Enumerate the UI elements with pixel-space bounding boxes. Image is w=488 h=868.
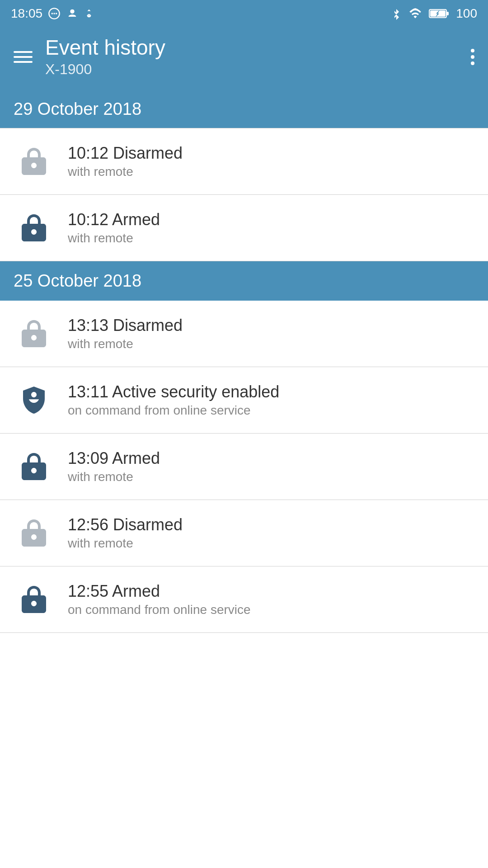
menu-button[interactable] (14, 51, 33, 63)
event-subtitle: with remote (68, 337, 183, 351)
app-title: Event history (45, 36, 165, 59)
event-list-section-2: 13:13 Disarmed with remote 13:11 Active … (0, 301, 488, 633)
lock-armed-icon (14, 579, 54, 620)
lock-armed-icon (14, 208, 54, 248)
lock-disarmed-icon (14, 513, 54, 553)
event-title: 13:09 Armed (68, 449, 160, 468)
event-subtitle: with remote (68, 470, 160, 484)
lock-disarmed-icon (14, 141, 54, 182)
event-item: 13:11 Active security enabled on command… (0, 367, 488, 434)
event-text: 10:12 Armed with remote (68, 210, 160, 245)
event-title: 10:12 Disarmed (68, 144, 183, 163)
event-text: 12:55 Armed on command from online servi… (68, 582, 251, 617)
status-bar-left: 18:05 (11, 6, 94, 21)
svg-rect-7 (446, 12, 449, 15)
event-text: 13:13 Disarmed with remote (68, 316, 183, 351)
event-list-section-1: 10:12 Disarmed with remote 10:12 Armed w… (0, 128, 488, 261)
event-item: 10:12 Armed with remote (0, 195, 488, 261)
event-subtitle: with remote (68, 536, 183, 551)
event-text: 13:09 Armed with remote (68, 449, 160, 484)
event-text: 13:11 Active security enabled on command… (68, 382, 279, 418)
status-bar-right: 100 (391, 6, 477, 21)
usb-icon (84, 7, 94, 20)
event-title: 13:11 Active security enabled (68, 382, 279, 401)
event-item: 13:09 Armed with remote (0, 434, 488, 500)
wifi-icon (408, 7, 422, 20)
event-subtitle: on command from online service (68, 403, 279, 418)
status-bar: 18:05 100 (0, 0, 488, 27)
event-subtitle: with remote (68, 231, 160, 245)
event-text: 12:56 Disarmed with remote (68, 515, 183, 551)
battery-level: 100 (456, 6, 477, 21)
app-bar: Event history X-1900 (0, 27, 488, 90)
lock-disarmed-icon (14, 313, 54, 354)
event-title: 12:55 Armed (68, 582, 251, 601)
battery-icon (429, 8, 450, 19)
shield-icon (14, 380, 54, 420)
bluetooth-icon (391, 7, 402, 20)
person-icon (66, 7, 79, 20)
event-subtitle: on command from online service (68, 603, 251, 617)
date-header-2: 25 October 2018 (0, 261, 488, 301)
date-label-2: 25 October 2018 (14, 271, 141, 290)
event-title: 12:56 Disarmed (68, 515, 183, 534)
more-options-button[interactable] (471, 49, 474, 65)
event-title: 13:13 Disarmed (68, 316, 183, 335)
event-title: 10:12 Armed (68, 210, 160, 229)
svg-point-1 (52, 13, 53, 14)
event-item: 12:55 Armed on command from online servi… (0, 566, 488, 633)
event-item: 10:12 Disarmed with remote (0, 128, 488, 195)
event-text: 10:12 Disarmed with remote (68, 144, 183, 179)
lock-armed-icon (14, 446, 54, 487)
event-subtitle: with remote (68, 165, 183, 179)
event-item: 12:56 Disarmed with remote (0, 500, 488, 566)
message-icon (48, 8, 61, 19)
app-bar-left: Event history X-1900 (14, 36, 165, 78)
event-item: 13:13 Disarmed with remote (0, 301, 488, 367)
date-header-1: 29 October 2018 (0, 90, 488, 128)
svg-point-3 (56, 13, 57, 14)
time-display: 18:05 (11, 6, 42, 21)
app-title-container: Event history X-1900 (45, 36, 165, 78)
svg-point-2 (53, 13, 55, 14)
date-label-1: 29 October 2018 (14, 99, 141, 118)
app-subtitle: X-1900 (45, 61, 165, 78)
